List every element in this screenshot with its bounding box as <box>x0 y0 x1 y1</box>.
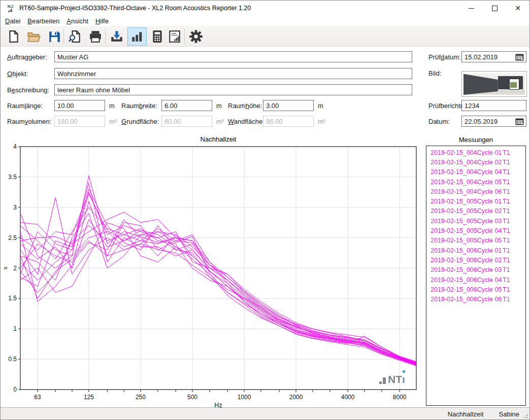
status-bar: Nachhallzeit Sabine <box>1 407 529 420</box>
minimize-button[interactable] <box>459 1 483 16</box>
menu-bearbeiten[interactable]: Bearbeiten <box>24 16 63 26</box>
nti-logo: NTı <box>379 375 405 384</box>
menu-bar: Datei Bearbeiten Ansicht Hilfe <box>1 16 529 26</box>
minimize-icon <box>469 8 474 9</box>
svg-text:3: 3 <box>13 204 17 211</box>
import-icon <box>110 30 124 43</box>
list-item[interactable]: 2019-02-15_006Cycle 04T1 <box>426 275 525 285</box>
chart-view-button[interactable] <box>127 27 147 46</box>
auftraggeber-label: Auftraggeber: <box>7 53 47 61</box>
pruefdatum-calendar-button[interactable] <box>513 52 525 62</box>
menu-ansicht[interactable]: Ansicht <box>63 16 92 26</box>
raumhoehe-unit: m <box>318 102 323 110</box>
rt60-chart: 00.511.522.533.5463125250500100020004000… <box>1 133 425 409</box>
svg-text:2000: 2000 <box>289 394 303 401</box>
print-preview-button[interactable] <box>65 27 85 46</box>
report-button[interactable] <box>165 27 184 46</box>
calculator-button[interactable] <box>148 27 167 46</box>
raumvolumen-label: Raumvolumen: <box>7 118 51 125</box>
maximize-icon <box>492 6 498 11</box>
svg-text:1.5: 1.5 <box>8 295 17 302</box>
wandflaeche-unit: m² <box>318 118 325 125</box>
new-file-icon <box>7 30 20 43</box>
list-item[interactable]: 2019-02-15_005Cycle 02T1 <box>426 206 525 216</box>
svg-text:0.5: 0.5 <box>8 356 17 363</box>
status-method: Sabine <box>499 410 519 418</box>
save-button[interactable] <box>45 27 64 46</box>
list-item[interactable]: 2019-02-15_004Cycle 02T1 <box>426 157 525 167</box>
list-item[interactable]: 2019-02-15_004Cycle 01T1 <box>426 148 525 157</box>
calendar-icon <box>515 118 524 125</box>
close-button[interactable]: ✕ <box>506 1 529 16</box>
list-item[interactable]: 2019-02-15_005Cycle 05T1 <box>426 236 525 246</box>
objekt-label: Objekt: <box>7 70 28 78</box>
close-icon: ✕ <box>515 5 521 12</box>
calculator-icon <box>151 30 163 43</box>
import-button[interactable] <box>107 27 126 46</box>
svg-text:63: 63 <box>34 394 41 401</box>
svg-text:4000: 4000 <box>341 394 355 401</box>
datum-calendar-button[interactable] <box>513 116 525 126</box>
raumhoehe-label: Raumhöhe: <box>228 102 262 110</box>
objekt-input[interactable] <box>54 68 412 79</box>
status-mode: Nachhallzeit <box>448 410 484 418</box>
save-icon <box>48 30 61 43</box>
list-item[interactable]: 2019-02-15_004Cycle 06T1 <box>426 187 525 196</box>
svg-text:3.5: 3.5 <box>8 173 17 181</box>
beschreibung-input[interactable] <box>54 84 412 95</box>
open-file-button[interactable] <box>24 27 44 46</box>
maximize-button[interactable] <box>483 1 506 16</box>
print-preview-icon <box>69 30 82 43</box>
menu-datei[interactable]: Datei <box>2 16 24 26</box>
pruefdatum-label: Prüfdatum: <box>428 53 461 61</box>
grundflaeche-unit: m² <box>216 118 224 125</box>
svg-text:4: 4 <box>13 143 17 150</box>
raumlaenge-label: Raumlänge: <box>7 102 43 110</box>
svg-text:500: 500 <box>187 394 197 401</box>
list-item[interactable]: 2019-02-15_006Cycle 02T1 <box>426 255 525 265</box>
list-item[interactable]: 2019-02-15_006Cycle 06T1 <box>426 294 525 304</box>
list-item[interactable]: 2019-02-15_005Cycle 04T1 <box>426 226 525 235</box>
svg-text:2: 2 <box>13 265 17 272</box>
raumbreite-input[interactable] <box>161 100 212 111</box>
window-title: RT60-Sample-Project-ISO3382-Third-Octave… <box>19 5 251 12</box>
list-item[interactable]: 2019-02-15_006Cycle 05T1 <box>426 285 525 294</box>
settings-gear-icon <box>189 29 203 44</box>
settings-button[interactable] <box>186 27 206 46</box>
menu-hilfe[interactable]: Hilfe <box>92 16 112 26</box>
room-photo[interactable] <box>461 71 527 97</box>
new-file-button[interactable] <box>4 27 23 46</box>
svg-text:1000: 1000 <box>238 394 251 401</box>
nti-logo-dot <box>403 370 405 373</box>
raumlaenge-input[interactable] <box>54 100 105 111</box>
svg-text:125: 125 <box>84 394 94 401</box>
wandflaeche-input <box>263 116 314 127</box>
room-photo-image <box>463 73 525 95</box>
raumhoehe-input[interactable] <box>263 100 314 111</box>
list-item[interactable]: 2019-02-15_005Cycle 03T1 <box>426 216 525 226</box>
svg-text:250: 250 <box>136 394 146 401</box>
print-button[interactable] <box>86 27 105 46</box>
print-icon <box>89 30 102 43</box>
grundflaeche-input <box>161 116 212 127</box>
datum-label: Datum: <box>428 118 450 125</box>
raumbreite-unit: m <box>216 102 222 110</box>
wandflaeche-label: Wandfläche: <box>228 118 264 125</box>
title-bar: XL2 RT60-Sample-Project-ISO3382-Third-Oc… <box>1 1 529 16</box>
list-item[interactable]: 2019-02-15_006Cycle 01T1 <box>426 246 525 255</box>
pruefberichtnr-input[interactable] <box>461 100 526 111</box>
toolbar <box>1 26 529 47</box>
svg-text:1: 1 <box>13 325 17 332</box>
svg-text:s: s <box>2 266 8 269</box>
list-item[interactable]: 2019-02-15_005Cycle 01T1 <box>426 196 525 206</box>
auftraggeber-input[interactable] <box>54 51 412 62</box>
raumbreite-label: Raumbreite: <box>121 102 157 110</box>
list-item[interactable]: 2019-02-15_004Cycle 05T1 <box>426 177 525 187</box>
list-item[interactable]: 2019-02-15_006Cycle 03T1 <box>426 265 525 275</box>
calendar-icon <box>515 53 524 61</box>
chart-bars-icon <box>130 30 144 43</box>
list-item[interactable]: 2019-02-15_004Cycle 04T1 <box>426 167 525 177</box>
app-window: { "window": { "title": "RT60-Sample-Proj… <box>0 0 530 420</box>
measurements-title: Messungen <box>426 136 526 144</box>
grundflaeche-label: Grundfläche: <box>121 118 159 125</box>
